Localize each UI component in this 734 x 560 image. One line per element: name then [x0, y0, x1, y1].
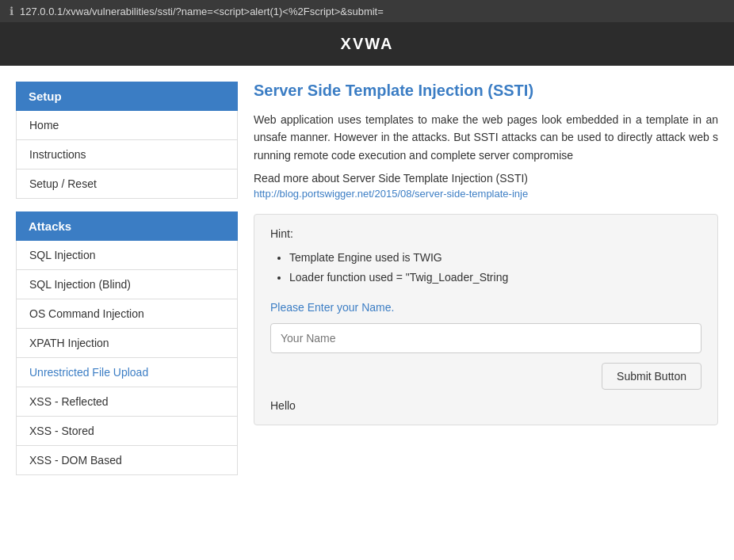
sidebar-item-sql-injection[interactable]: SQL Injection	[16, 241, 238, 270]
sidebar-item-sql-injection-blind[interactable]: SQL Injection (Blind)	[16, 270, 238, 299]
hint-box: Hint: Template Engine used is TWIG Loade…	[254, 214, 718, 425]
hint-item-2: Loader function used = "Twig_Loader_Stri…	[289, 268, 702, 288]
attacks-header: Attacks	[16, 211, 238, 241]
info-icon: ℹ	[10, 5, 13, 17]
hint-label: Hint:	[270, 227, 702, 240]
please-enter-text: Please Enter your Name.	[270, 301, 702, 314]
app-title: XVWA	[341, 35, 394, 52]
setup-header: Setup	[16, 82, 238, 111]
hello-text: Hello	[270, 399, 702, 412]
sidebar-item-xss-stored[interactable]: XSS - Stored	[16, 417, 238, 446]
submit-button[interactable]: Submit Button	[602, 363, 702, 390]
content-area: Server Side Template Injection (SSTI) We…	[254, 82, 718, 475]
read-more-label: Read more about Server Side Template Inj…	[254, 172, 718, 185]
sidebar: Setup Home Instructions Setup / Reset At…	[16, 82, 238, 475]
sidebar-item-unrestricted-file-upload[interactable]: Unrestricted File Upload	[16, 358, 238, 387]
sidebar-item-setup-reset[interactable]: Setup / Reset	[16, 170, 238, 199]
sidebar-item-os-command-injection[interactable]: OS Command Injection	[16, 299, 238, 329]
submit-row: Submit Button	[270, 363, 702, 390]
address-bar: ℹ 127.0.0.1/xvwa/vulnerabilities/ssti/?n…	[0, 0, 734, 22]
name-input[interactable]	[270, 323, 702, 353]
read-more-link[interactable]: http://blog.portswigger.net/2015/08/serv…	[254, 188, 718, 200]
hint-list: Template Engine used is TWIG Loader func…	[270, 248, 702, 288]
sidebar-item-xpath-injection[interactable]: XPATH Injection	[16, 329, 238, 358]
url-text: 127.0.0.1/xvwa/vulnerabilities/ssti/?nam…	[20, 6, 384, 17]
sidebar-item-xss-reflected[interactable]: XSS - Reflected	[16, 387, 238, 417]
content-description: Web application uses templates to make t…	[254, 111, 718, 164]
page-title: Server Side Template Injection (SSTI)	[254, 82, 718, 100]
sidebar-item-xss-dom-based[interactable]: XSS - DOM Based	[16, 446, 238, 475]
top-nav: XVWA	[0, 22, 734, 66]
sidebar-item-home[interactable]: Home	[16, 111, 238, 140]
sidebar-item-instructions[interactable]: Instructions	[16, 140, 238, 170]
main-container: Setup Home Instructions Setup / Reset At…	[0, 66, 734, 491]
hint-item-1: Template Engine used is TWIG	[289, 248, 702, 268]
